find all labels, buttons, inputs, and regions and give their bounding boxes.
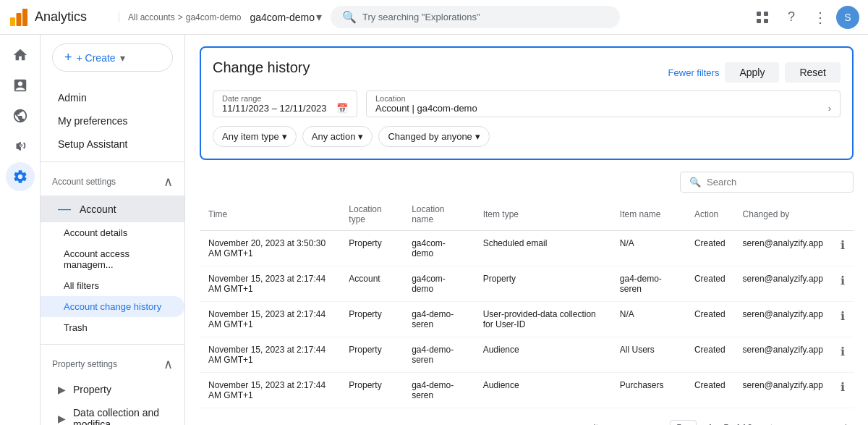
pagination-nav: |◂ ◂ ▸ ▸| [764,417,854,425]
svg-rect-5 [764,12,768,16]
changed-by-chip[interactable]: Changed by anyone ▾ [378,126,489,147]
table-search-input[interactable] [707,177,844,188]
any-action-chevron-icon: ▾ [358,131,363,142]
sidebar-item-account[interactable]: — Account [41,195,184,222]
sidebar-item-trash[interactable]: Trash [41,317,184,338]
sidebar-item-access-mgmt[interactable]: Account access managem... [41,243,184,275]
svg-rect-7 [764,19,768,23]
sidebar-item-preferences[interactable]: My preferences [41,109,184,132]
cell-changed-by: seren@analyzify.app [734,231,832,266]
cell-action: Created [686,373,734,408]
col-location-type: Location type [340,198,403,231]
nav-advertising-icon[interactable] [6,132,35,161]
topbar: Analytics All accounts > ga4com-demo ga4… [0,0,868,35]
nav-home-icon[interactable] [6,41,35,70]
account-bullet-icon: — [58,201,71,216]
row-info-icon[interactable]: ℹ [841,381,845,393]
reset-button[interactable]: Reset [785,62,841,83]
apps-icon[interactable] [749,4,775,30]
location-filter[interactable]: Location Account | ga4com-demo › [366,91,841,117]
item-type-chevron-icon: ▾ [282,131,287,142]
nav-reports-icon[interactable] [6,71,35,100]
sidebar-item-account-details[interactable]: Account details [41,222,184,243]
pagination: Items per page: 5 ▾ 1 – 5 of 16 |◂ ◂ ▸ ▸… [200,408,854,425]
table-header-row: Time Location type Location name Item ty… [200,198,854,231]
cell-changed-by: seren@analyzify.app [734,337,832,373]
cell-item-type: User-provided-data collection for User-I… [475,302,611,337]
first-page-button[interactable]: |◂ [764,417,784,425]
row-info-icon[interactable]: ℹ [841,239,845,251]
date-range-text: 11/11/2023 – 12/11/2023 [222,103,327,114]
create-label: + Create [77,52,116,64]
any-action-label: Any action [312,131,356,142]
cell-action: Created [686,231,734,266]
cell-item-name: Purchasers [611,373,686,408]
cell-changed-by: seren@analyzify.app [734,302,832,337]
property-selector[interactable]: ga4com-demo ▾ [250,10,322,24]
app-name: Analytics [35,9,87,25]
table-row: November 15, 2023 at 2:17:44 AM GMT+1 Pr… [200,373,854,408]
any-action-chip[interactable]: Any action ▾ [302,126,373,147]
sidebar-item-property[interactable]: ▶ Property [41,378,184,401]
more-options-icon[interactable]: ⋮ [807,4,833,30]
prev-page-button[interactable]: ◂ [787,417,807,425]
next-page-button[interactable]: ▸ [810,417,830,425]
sidebar-item-setup[interactable]: Setup Assistant [41,132,184,156]
topbar-actions: ? ⋮ S [749,4,859,30]
fewer-filters-button[interactable]: Fewer filters [668,67,720,78]
row-info-icon[interactable]: ℹ [841,345,845,358]
sidebar-item-change-history[interactable]: Account change history [41,296,184,317]
cell-location-type: Property [340,231,403,266]
item-type-chip[interactable]: Any item type ▾ [213,126,297,147]
calendar-icon: 📅 [336,103,348,114]
cell-time: November 20, 2023 at 3:50:30 AM GMT+1 [200,231,340,266]
table-header: 🔍 [200,172,854,193]
cell-changed-by: seren@analyzify.app [734,373,832,408]
cell-info: ℹ [832,337,854,373]
help-icon[interactable]: ? [778,4,804,30]
top-nav-section: Admin My preferences Setup Assistant [41,80,184,161]
create-chevron-icon: ▾ [120,52,125,64]
col-info [832,198,854,231]
property-settings-header[interactable]: Property settings ∧ [41,350,184,378]
account-settings-header[interactable]: Account settings ∧ [41,168,184,195]
sidebar-item-data-collection[interactable]: ▶ Data collection and modifica... [41,401,184,425]
row-info-icon[interactable]: ℹ [841,310,845,322]
item-type-label: Any item type [222,131,279,142]
create-button[interactable]: + + Create ▾ [52,43,173,72]
global-search[interactable]: 🔍 Try searching "Explorations" [331,6,620,28]
col-time: Time [200,198,340,231]
table-search-box[interactable]: 🔍 [680,172,854,193]
app-logo[interactable]: Analytics [9,7,110,28]
date-range-filter[interactable]: Date range 11/11/2023 – 12/11/2023 📅 [213,91,357,117]
table-body: November 20, 2023 at 3:50:30 AM GMT+1 Pr… [200,231,854,408]
cell-item-name: ga4-demo-seren [611,266,686,302]
breadcrumb-parent: All accounts [128,12,175,22]
col-action: Action [686,198,734,231]
sidebar: + + Create ▾ Admin My preferences Setup … [41,35,185,425]
nav-admin-icon[interactable] [6,162,35,191]
table-row: November 15, 2023 at 2:17:44 AM GMT+1 Pr… [200,302,854,337]
col-location-name: Location name [403,198,474,231]
cell-location-name: ga4-demo-seren [403,373,474,408]
avatar[interactable]: S [836,6,859,29]
create-plus-icon: + [64,50,72,65]
cell-changed-by: seren@analyzify.app [734,266,832,302]
items-per-page-value: 5 [676,422,681,426]
cell-item-type: Scheduled email [475,231,611,266]
filter-row-2: Any item type ▾ Any action ▾ Changed by … [213,126,841,147]
sidebar-item-admin[interactable]: Admin [41,86,184,109]
nav-explore-icon[interactable] [6,101,35,130]
items-per-page-select[interactable]: 5 ▾ [670,420,696,426]
table-row: November 15, 2023 at 2:17:44 AM GMT+1 Pr… [200,337,854,373]
cell-location-name: ga4com-demo [403,231,474,266]
svg-rect-3 [22,9,27,26]
apply-button[interactable]: Apply [725,62,779,83]
data-collection-expand-icon: ▶ [58,413,66,424]
date-range-label: Date range [222,94,348,103]
last-page-button[interactable]: ▸| [833,417,854,425]
col-changed-by: Changed by [734,198,832,231]
property-name: ga4com-demo [250,12,315,23]
row-info-icon[interactable]: ℹ [841,274,845,287]
sidebar-item-all-filters[interactable]: All filters [41,275,184,296]
